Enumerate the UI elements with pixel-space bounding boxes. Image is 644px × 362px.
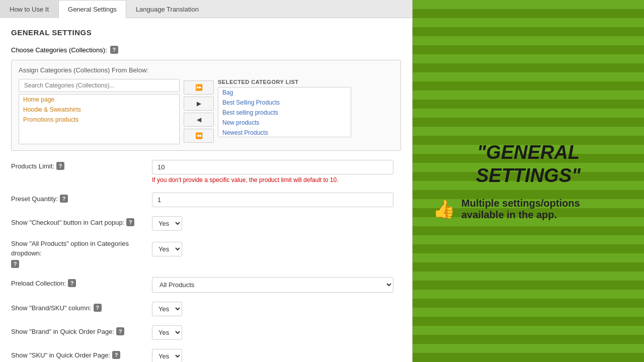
checkout-button-label: Show "Checkout" button in Cart popup:	[11, 219, 124, 226]
all-products-label-line2: dropdown:	[11, 249, 152, 257]
promo-panel: "GENERAL SETTINGS" 👍 Multiple settings/o…	[413, 0, 644, 362]
tab-language-translation[interactable]: Language Translation	[126, 0, 208, 18]
tab-how-to-use[interactable]: How to Use It	[0, 0, 58, 18]
move-all-left-button[interactable]: ⏪	[184, 129, 214, 143]
products-limit-help-icon[interactable]: ?	[56, 162, 64, 170]
categories-inner: Home page Hoodie & Sweatshirts Promotion…	[19, 79, 393, 144]
section-title: GENERAL SETTINGS	[11, 28, 401, 37]
all-products-text-line1: Show "All Products" option in Categories	[11, 240, 129, 247]
selected-category-label: SELECTED CATEGORY LIST	[218, 79, 351, 85]
checkout-button-help-icon[interactable]: ?	[126, 218, 134, 226]
sku-quick-order-group: Show "SKU" in Quick Order Page: ? Yes No	[11, 349, 401, 362]
arrow-buttons: ⏩ ▶ ◀ ⏪	[184, 80, 214, 143]
all-products-label-block: Show "All Products" option in Categories…	[11, 240, 152, 268]
right-list-box[interactable]: Bag Best Selling Products Best selling p…	[218, 87, 351, 137]
brand-sku-select[interactable]: Yes No	[152, 302, 182, 316]
checkout-button-group: Show "Checkout" button in Cart popup: ? …	[11, 216, 401, 231]
products-limit-label: Products Limit:	[11, 162, 54, 170]
all-products-group: Show "All Products" option in Categories…	[11, 240, 401, 268]
move-right-button[interactable]: ▶	[184, 97, 214, 111]
sku-quick-order-label: Show "SKU" in Quick Order Page:	[11, 351, 110, 359]
preload-collection-group: Preload Collection: ? All Products Bag B…	[11, 277, 401, 293]
all-products-select[interactable]: Yes No	[152, 242, 182, 256]
main-panel: How to Use It General Settings Language …	[0, 0, 413, 362]
products-limit-group: Products Limit: ? If you don't provide a…	[11, 160, 401, 184]
preset-quantity-control	[152, 193, 393, 207]
brand-sku-group: Show "Brand/SKU" column: ? Yes No	[11, 302, 401, 316]
move-all-right-button[interactable]: ⏩	[184, 80, 214, 95]
brand-quick-order-group: Show "Brand" in Quick Order Page: ? Yes …	[11, 325, 401, 340]
preset-quantity-group: Preset Quantity: ?	[11, 193, 401, 207]
brand-sku-help-icon[interactable]: ?	[94, 304, 102, 312]
checkout-button-control: Yes No	[152, 216, 393, 231]
search-input[interactable]	[19, 79, 180, 92]
all-products-control: Yes No	[152, 240, 182, 256]
brand-sku-control: Yes No	[152, 302, 393, 316]
list-item[interactable]: Hoodie & Sweatshirts	[19, 105, 179, 115]
list-item[interactable]: Home page	[19, 95, 179, 105]
all-products-help-icon[interactable]: ?	[11, 260, 19, 268]
categories-header: Choose Categories (Collections): ?	[11, 46, 401, 54]
promo-subtitle-text: Multiple settings/options available in t…	[461, 198, 624, 221]
categories-box: Assign Categories (Collections) From Bel…	[11, 60, 401, 151]
brand-sku-label: Show "Brand/SKU" column:	[11, 304, 92, 312]
brand-quick-order-select[interactable]: Yes No	[152, 325, 182, 340]
sku-quick-order-label-wrapper: Show "SKU" in Quick Order Page: ?	[11, 349, 152, 359]
brand-quick-order-label-wrapper: Show "Brand" in Quick Order Page: ?	[11, 325, 152, 335]
brand-quick-order-label: Show "Brand" in Quick Order Page:	[11, 328, 114, 335]
left-column: Home page Hoodie & Sweatshirts Promotion…	[19, 79, 180, 144]
sku-quick-order-select[interactable]: Yes No	[152, 349, 182, 362]
checkout-button-label-wrapper: Show "Checkout" button in Cart popup: ?	[11, 216, 152, 226]
all-products-text-line2: dropdown:	[11, 249, 42, 257]
promo-subtitle: 👍 Multiple settings/options available in…	[433, 198, 624, 221]
sku-quick-order-help-icon[interactable]: ?	[112, 351, 120, 359]
preload-collection-select[interactable]: All Products Bag Best Selling Products	[152, 277, 393, 293]
preload-collection-label-wrapper: Preload Collection: ?	[11, 277, 152, 287]
preload-collection-help-icon[interactable]: ?	[68, 279, 76, 287]
products-limit-input[interactable]	[152, 160, 393, 174]
tab-general-settings[interactable]: General Settings	[58, 0, 126, 18]
promo-title: "GENERAL SETTINGS"	[433, 141, 624, 187]
brand-sku-label-wrapper: Show "Brand/SKU" column: ?	[11, 302, 152, 312]
all-products-label-line1: Show "All Products" option in Categories	[11, 240, 152, 247]
preload-collection-control: All Products Bag Best Selling Products	[152, 277, 393, 293]
list-item[interactable]: New products	[218, 118, 351, 128]
preset-quantity-input[interactable]	[152, 193, 393, 207]
move-left-button[interactable]: ◀	[184, 113, 214, 127]
list-item[interactable]: Newest Products	[218, 128, 351, 137]
tabs-bar: How to Use It General Settings Language …	[0, 0, 412, 18]
search-wrapper	[19, 79, 180, 92]
list-item[interactable]: Bag	[218, 87, 351, 98]
selected-column: SELECTED CATEGORY LIST Bag Best Selling …	[218, 79, 351, 137]
products-limit-label-wrapper: Products Limit: ?	[11, 160, 152, 170]
products-limit-control: If you don't provide a specific value, t…	[152, 160, 393, 184]
categories-assign-label: Assign Categories (Collections) From Bel…	[19, 66, 393, 74]
preset-quantity-label: Preset Quantity:	[11, 195, 58, 203]
list-item[interactable]: Best Selling Products	[218, 98, 351, 108]
preload-collection-label: Preload Collection:	[11, 280, 66, 287]
content-area: GENERAL SETTINGS Choose Categories (Coll…	[0, 18, 412, 362]
thumbs-up-icon: 👍	[433, 199, 455, 220]
products-limit-hint: If you don't provide a specific value, t…	[152, 176, 393, 184]
list-item[interactable]: Promotions products	[19, 115, 179, 125]
list-item[interactable]: Best selling products	[218, 108, 351, 118]
brand-quick-order-help-icon[interactable]: ?	[116, 327, 124, 335]
brand-quick-order-control: Yes No	[152, 325, 393, 340]
categories-help-icon[interactable]: ?	[110, 46, 118, 54]
preset-quantity-label-wrapper: Preset Quantity: ?	[11, 193, 152, 203]
categories-header-label: Choose Categories (Collections):	[11, 46, 107, 54]
preset-quantity-help-icon[interactable]: ?	[60, 195, 68, 203]
left-list-box[interactable]: Home page Hoodie & Sweatshirts Promotion…	[19, 94, 180, 144]
sku-quick-order-control: Yes No	[152, 349, 393, 362]
checkout-button-select[interactable]: Yes No	[152, 216, 182, 231]
